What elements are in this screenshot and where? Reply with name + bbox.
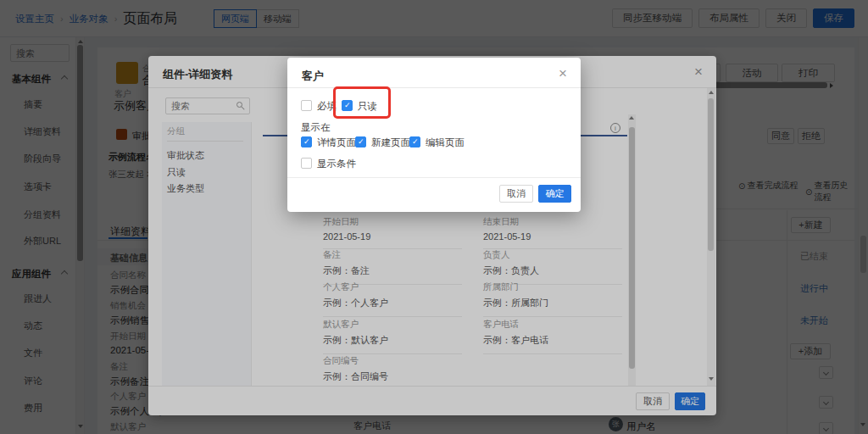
edit-page-checkbox[interactable]: [409, 136, 420, 147]
display-condition-label[interactable]: 显示条件: [317, 158, 356, 170]
display-condition-checkbox[interactable]: [301, 158, 312, 169]
new-page-label[interactable]: 新建页面: [371, 136, 410, 149]
modal-title: 客户: [302, 69, 324, 84]
divider: [287, 177, 581, 178]
annotation-highlight-box: [333, 86, 391, 119]
edit-page-label[interactable]: 编辑页面: [426, 136, 465, 149]
close-icon[interactable]: [559, 66, 567, 81]
confirm-button[interactable]: 确定: [538, 185, 571, 203]
field-settings-modal: 客户 必填 只读 显示在 详情页面 新建页面 编辑页面 显示条件 取消 确定: [287, 58, 581, 212]
cancel-button[interactable]: 取消: [499, 185, 533, 203]
required-checkbox[interactable]: [301, 100, 312, 111]
divider: [287, 87, 581, 88]
new-page-checkbox[interactable]: [355, 136, 366, 147]
display-in-label: 显示在: [301, 121, 331, 134]
detail-page-label[interactable]: 详情页面: [317, 136, 356, 149]
detail-page-checkbox[interactable]: [301, 136, 312, 147]
